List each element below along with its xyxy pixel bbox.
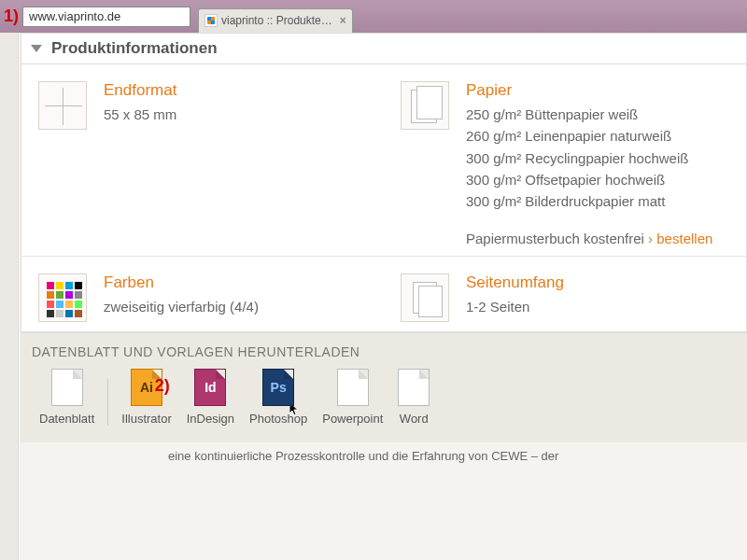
pages-icon [401, 273, 449, 322]
download-powerpoint[interactable]: Powerpoint [315, 369, 390, 426]
download-photoshop[interactable]: PsPhotoshop [242, 369, 315, 426]
papier-line: 300 g/m² Offsetpapier hochweiß [466, 169, 729, 190]
link-prefix: Papiermusterbuch kostenfrei [466, 231, 648, 246]
download-label: Photoshop [249, 412, 307, 426]
papier-line: 250 g/m² Büttenpapier weiß [466, 104, 729, 125]
download-label: Illustrator [121, 412, 171, 426]
left-gutter [0, 33, 19, 560]
spec-endformat: Endformat 55 x 85 mm [21, 64, 384, 257]
pdf-file-icon [51, 369, 83, 406]
product-info-panel: Produktinformationen Endformat 55 x 85 m… [21, 33, 747, 332]
paper-stack-icon [401, 81, 449, 130]
download-word[interactable]: Word [390, 369, 437, 426]
dimensions-icon [38, 81, 87, 130]
download-label: Datenblatt [39, 412, 94, 426]
browser-tab[interactable]: viaprinto :: Produkte… × [198, 8, 353, 33]
spec-heading: Papier [466, 81, 729, 100]
id-file-icon: Id [194, 369, 226, 406]
annotation-1: 1) [4, 7, 19, 26]
pp-file-icon [337, 369, 369, 406]
papier-line: 300 g/m² Recyclingpapier hochweiß [466, 147, 729, 169]
panel-header[interactable]: Produktinformationen [21, 34, 746, 64]
sample-book-line: Papiermusterbuch kostenfrei › bestellen [466, 231, 729, 246]
spec-value: 250 g/m² Büttenpapier weiß260 g/m² Leine… [466, 104, 729, 212]
chevron-down-icon [31, 45, 42, 52]
caret-icon: › [648, 231, 656, 246]
downloads-title: DATENBLATT UND VORLAGEN HERUNTERLADEN [32, 344, 736, 359]
downloads-row: DatenblattAiIllustratorIdInDesign2)PsPho… [32, 369, 736, 426]
spec-seitenumfang: Seitenumfang 1-2 Seiten [384, 257, 746, 331]
annotation-2: 2) [155, 376, 170, 396]
spec-papier: Papier 250 g/m² Büttenpapier weiß260 g/m… [384, 64, 746, 257]
address-bar[interactable]: www.viaprinto.de [22, 7, 190, 27]
spec-value: zweiseitig vierfarbig (4/4) [104, 296, 367, 317]
spec-heading: Farben [104, 273, 367, 292]
page-content: Produktinformationen Endformat 55 x 85 m… [0, 33, 747, 560]
papier-line: 260 g/m² Leinenpapier naturweiß [466, 125, 729, 147]
spec-heading: Endformat [104, 81, 367, 100]
color-swatch-icon [38, 273, 87, 322]
favicon-icon [204, 14, 218, 27]
spec-value: 55 x 85 mm [104, 104, 367, 125]
spec-farben: Farben zweiseitig vierfarbig (4/4) [21, 257, 384, 331]
tab-close-icon[interactable]: × [340, 14, 346, 27]
papier-line: 300 g/m² Bilderdruckpapier matt [466, 190, 729, 212]
wd-file-icon [398, 369, 430, 406]
divider [107, 379, 108, 426]
download-label: Word [398, 412, 430, 426]
download-indesign[interactable]: IdInDesign2) [179, 369, 242, 426]
browser-toolbar: 1) www.viaprinto.de viaprinto :: Produkt… [0, 0, 747, 33]
footer-text: eine kontinuierliche Prozesskontrolle un… [149, 442, 747, 470]
panel-title: Produktinformationen [51, 39, 218, 58]
spec-heading: Seitenumfang [466, 273, 729, 292]
download-datenblatt[interactable]: Datenblatt [32, 369, 102, 426]
downloads-section: DATENBLATT UND VORLAGEN HERUNTERLADEN Da… [21, 332, 747, 442]
order-link[interactable]: bestellen [656, 231, 712, 246]
spec-value: 1-2 Seiten [466, 296, 729, 317]
ps-file-icon: Ps [262, 369, 294, 406]
download-label: Powerpoint [322, 412, 383, 426]
tab-title: viaprinto :: Produkte… [221, 14, 332, 27]
download-label: InDesign [187, 412, 234, 426]
